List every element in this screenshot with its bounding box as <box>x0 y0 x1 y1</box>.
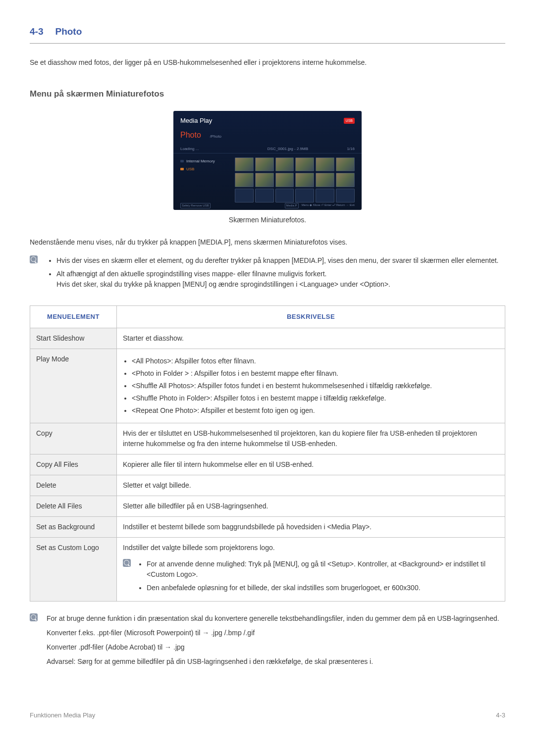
thumbnail <box>336 173 355 187</box>
list-item: <Repeat One Photo>: Afspiller et bestemt… <box>132 405 499 416</box>
table-row: Copy All Files Kopierer alle filer til i… <box>30 454 505 475</box>
screenshot-container: Media Play USB Photo /Photo Loading ... … <box>30 111 505 225</box>
note1-item2a: Alt afhængigt af den aktuelle sprogindst… <box>56 270 327 278</box>
final-note: For at bruge denne funktion i din præsen… <box>30 613 505 671</box>
note1-item1: Hvis der vises en skærm eller et element… <box>56 255 498 266</box>
row-label: Copy All Files <box>30 454 117 475</box>
thumbnail <box>275 173 294 187</box>
note-list-1: Hvis der vises en skærm eller et element… <box>47 255 498 293</box>
storage-internal-label: Internal Memory <box>186 158 215 164</box>
thumbnail-grid <box>235 157 355 203</box>
ui-media-play-title: Media Play <box>180 116 212 126</box>
ui-body: Internal Memory USB <box>173 153 362 207</box>
table-row: Start Slideshow Starter et diasshow. <box>30 328 505 349</box>
row-label: Delete <box>30 475 117 496</box>
screenshot-caption: Skærmen Miniaturefotos. <box>30 215 505 225</box>
ui-loading-text: Loading ... <box>180 146 199 152</box>
row-label: Set as Custom Logo <box>30 537 117 601</box>
row-desc: Kopierer alle filer til intern hukommels… <box>117 454 505 475</box>
footer-left: Funktionen Media Play <box>30 710 95 720</box>
thumbnail <box>336 157 355 172</box>
table-row: Set as Custom Logo Indstiller det valgte… <box>30 537 505 601</box>
thumbnail <box>255 173 274 187</box>
ui-photo-label: Photo <box>180 129 201 141</box>
ui-title-row: Media Play USB <box>173 111 362 128</box>
table-row: Delete All Files Sletter alle billedfile… <box>30 496 505 516</box>
info-icon <box>30 613 38 621</box>
row-label: Delete All Files <box>30 496 117 516</box>
safely-remove-hint: Safely Remove USB <box>180 203 211 208</box>
info-icon <box>30 255 38 263</box>
thumbnail-empty <box>275 189 294 203</box>
storage-usb-label: USB <box>186 166 194 172</box>
list-item: <Shuffle Photo in Folder>: Afspiller fot… <box>132 393 499 403</box>
final-note-p1: Konverter f.eks. .ppt-filer (Microsoft P… <box>47 628 499 638</box>
row-label: Play Mode <box>30 349 117 423</box>
th-menuelement: MENUELEMENT <box>30 306 117 328</box>
storage-usb-icon <box>180 168 184 170</box>
table-row: Play Mode <All Photos>: Afspiller fotos … <box>30 349 505 423</box>
thumbnail <box>235 157 254 172</box>
menu-navigation-hint: Menu ◆ Move ⏎ Enter ⮐ Return → Exit <box>302 203 355 208</box>
row-label: Copy <box>30 423 117 454</box>
row-desc: Indstiller et bestemt billede som baggru… <box>117 516 505 537</box>
menu-table: MENUELEMENT BESKRIVELSE Start Slideshow … <box>30 305 505 602</box>
storage-bullet-icon <box>180 160 184 162</box>
thumbnail <box>235 173 254 187</box>
ui-footer: Safely Remove USB Media.P Menu ◆ Move ⏎ … <box>173 203 362 208</box>
note-block-1: Hvis der vises en skærm eller et element… <box>30 255 505 293</box>
footer-right: 4-3 <box>496 710 505 720</box>
thumbnail-empty <box>336 189 355 203</box>
ui-filename: DSC_0001.jpg - 2.9MB <box>238 146 308 152</box>
list-item: <Photo in Folder > : Afspiller fotos i e… <box>132 368 499 379</box>
ui-info-row: Loading ... DSC_0001.jpg - 2.9MB 1/16 <box>173 145 362 153</box>
thumbnail <box>255 157 274 172</box>
set-custom-logo-desc: Indstiller det valgte billede som projek… <box>123 544 275 552</box>
list-item: <All Photos>: Afspiller fotos efter filn… <box>132 356 499 366</box>
thumbnail <box>316 157 334 172</box>
table-row: Copy Hvis der er tilsluttet en USB-hukom… <box>30 423 505 454</box>
table-row: Delete Sletter et valgt billede. <box>30 475 505 496</box>
th-beskrivelse: BESKRIVELSE <box>117 306 505 328</box>
media-play-screenshot: Media Play USB Photo /Photo Loading ... … <box>173 111 362 210</box>
row-desc: Starter et diasshow. <box>117 328 505 349</box>
inner-note-list: For at anvende denne mulighed: Tryk på [… <box>138 559 499 596</box>
row-label: Start Slideshow <box>30 328 117 349</box>
list-item: <Shuffle All Photos>: Afspiller fotos fu… <box>132 381 499 391</box>
final-note-p2: Konverter .pdf-filer (Adobe Acrobat) til… <box>47 642 499 653</box>
ui-photo-row: Photo /Photo <box>173 128 362 145</box>
media-p-hint: Media.P <box>285 203 299 208</box>
section-number: 4-3 <box>30 25 43 39</box>
note1-item2b: Hvis det sker, skal du trykke på knappen… <box>56 280 390 288</box>
subsection-title: Menu på skærmen Miniaturefotos <box>30 88 505 101</box>
thumbnail-empty <box>316 189 334 203</box>
list-item: For at anvende denne mulighed: Tryk på [… <box>147 559 499 580</box>
info-icon <box>123 559 131 567</box>
thumbnail <box>295 157 314 172</box>
thumbnail <box>316 173 334 187</box>
ui-count: 1/16 <box>347 146 355 152</box>
list-item: Den anbefalede opløsning for et billede,… <box>147 583 499 593</box>
row-desc: <All Photos>: Afspiller fotos efter filn… <box>117 349 505 423</box>
row-desc: Indstiller det valgte billede som projek… <box>117 537 505 601</box>
row-desc: Sletter et valgt billede. <box>117 475 505 496</box>
intro-text: Se et diasshow med fotos, der ligger på … <box>30 57 505 68</box>
row-desc: Sletter alle billedfiler på en USB-lagri… <box>117 496 505 516</box>
thumbnail <box>295 173 314 187</box>
thumbnail-empty <box>235 189 254 203</box>
ui-breadcrumb: /Photo <box>210 134 221 140</box>
play-mode-list: <All Photos>: Afspiller fotos efter filn… <box>123 356 499 416</box>
thumbnail-empty <box>295 189 314 203</box>
final-note-p3: Advarsel: Sørg for at gemme billedfiler … <box>47 656 499 667</box>
table-row: Set as Background Indstiller et bestemt … <box>30 516 505 537</box>
ui-sidebar: Internal Memory USB <box>180 157 235 203</box>
storage-usb: USB <box>180 165 235 173</box>
page-footer: Funktionen Media Play 4-3 <box>30 710 505 720</box>
final-note-body: For at bruge denne funktion i din præsen… <box>47 613 499 671</box>
row-desc: Hvis der er tilsluttet en USB-hukommelse… <box>117 423 505 454</box>
section-title: Photo <box>55 25 82 39</box>
row-label: Set as Background <box>30 516 117 537</box>
note1-item2: Alt afhængigt af den aktuelle sprogindst… <box>56 269 498 290</box>
usb-badge-icon: USB <box>344 118 355 124</box>
final-note-p0: For at bruge denne funktion i din præsen… <box>47 613 499 624</box>
